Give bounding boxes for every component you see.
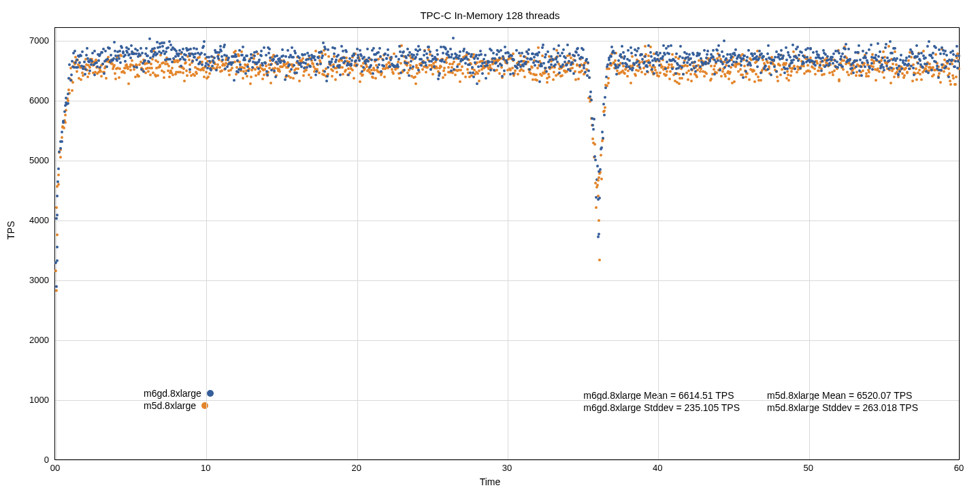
- data-point: [378, 63, 380, 66]
- data-point: [598, 197, 601, 199]
- data-point: [591, 137, 594, 140]
- data-point: [927, 71, 930, 74]
- data-point: [852, 71, 855, 74]
- data-point: [719, 69, 721, 71]
- data-point: [81, 50, 84, 53]
- data-point: [84, 73, 86, 76]
- data-point: [261, 64, 264, 67]
- data-point: [576, 47, 579, 50]
- data-point: [226, 65, 229, 68]
- data-point: [690, 80, 693, 82]
- data-point: [485, 77, 487, 80]
- data-point: [598, 219, 600, 222]
- data-point: [721, 63, 724, 65]
- data-point: [268, 48, 271, 50]
- data-point: [433, 65, 436, 68]
- data-point: [521, 52, 523, 54]
- data-point: [407, 54, 410, 56]
- data-point: [756, 65, 759, 68]
- data-point: [621, 45, 623, 48]
- data-point: [729, 71, 732, 74]
- data-point: [845, 43, 847, 46]
- data-point: [110, 54, 112, 56]
- data-point: [786, 70, 789, 73]
- data-point: [183, 80, 186, 82]
- data-point: [195, 59, 198, 61]
- data-point: [544, 53, 547, 56]
- data-point: [652, 64, 655, 67]
- data-point: [324, 53, 327, 56]
- data-point: [56, 246, 59, 248]
- data-point: [710, 65, 713, 67]
- y-tick-label: 3000: [15, 274, 49, 284]
- data-point: [746, 72, 749, 75]
- data-point: [706, 53, 708, 56]
- data-point: [292, 56, 295, 59]
- data-point: [220, 69, 223, 72]
- data-point: [577, 78, 580, 80]
- data-point: [445, 61, 448, 64]
- data-point: [821, 60, 823, 63]
- x-tick-label: 30: [493, 463, 521, 473]
- data-point: [452, 37, 455, 39]
- data-point: [511, 67, 514, 69]
- data-point: [189, 68, 191, 71]
- data-point: [947, 76, 950, 78]
- data-point: [339, 74, 342, 76]
- data-point: [598, 259, 601, 261]
- data-point: [429, 68, 432, 71]
- data-point: [522, 69, 525, 72]
- data-point: [235, 73, 238, 76]
- data-point: [695, 65, 698, 67]
- data-point: [669, 70, 672, 73]
- data-point: [86, 47, 88, 50]
- data-point: [773, 65, 776, 68]
- data-point: [838, 78, 840, 81]
- data-point: [322, 42, 325, 44]
- legend-swatch-m5d: [201, 402, 208, 409]
- data-point: [820, 69, 823, 72]
- data-point: [186, 74, 189, 77]
- data-point: [419, 48, 421, 51]
- data-point: [662, 44, 665, 47]
- data-point: [325, 80, 328, 82]
- data-point: [289, 70, 291, 73]
- data-point: [358, 59, 361, 62]
- data-point: [385, 57, 388, 60]
- data-point: [710, 78, 713, 80]
- data-point: [178, 52, 180, 55]
- data-point: [637, 47, 640, 50]
- data-point: [681, 66, 683, 69]
- data-point: [458, 63, 461, 65]
- data-point: [502, 55, 504, 58]
- data-point: [355, 64, 358, 67]
- data-point: [696, 76, 698, 78]
- stat-m5d-stddev: m5d.8xlarge Stddev = 263.018 TPS: [767, 402, 918, 413]
- data-point: [362, 66, 365, 69]
- data-point: [237, 71, 240, 74]
- data-point: [171, 67, 174, 69]
- data-point: [779, 74, 782, 76]
- data-point: [421, 68, 424, 71]
- data-point: [681, 77, 683, 80]
- data-point: [867, 75, 870, 78]
- data-point: [682, 73, 685, 76]
- data-point: [541, 46, 544, 49]
- data-point: [309, 65, 312, 68]
- data-point: [566, 44, 569, 46]
- data-point: [472, 76, 475, 78]
- data-point: [679, 45, 682, 48]
- data-point: [165, 50, 167, 53]
- data-point: [355, 59, 357, 62]
- data-point: [234, 50, 237, 52]
- data-point: [776, 76, 779, 78]
- data-point: [80, 78, 82, 81]
- data-point: [678, 82, 681, 85]
- data-point: [552, 78, 555, 81]
- data-point: [295, 71, 298, 74]
- data-point: [675, 52, 678, 55]
- data-point: [733, 80, 736, 83]
- data-point: [156, 41, 159, 44]
- data-point: [331, 75, 333, 78]
- data-point: [917, 52, 920, 55]
